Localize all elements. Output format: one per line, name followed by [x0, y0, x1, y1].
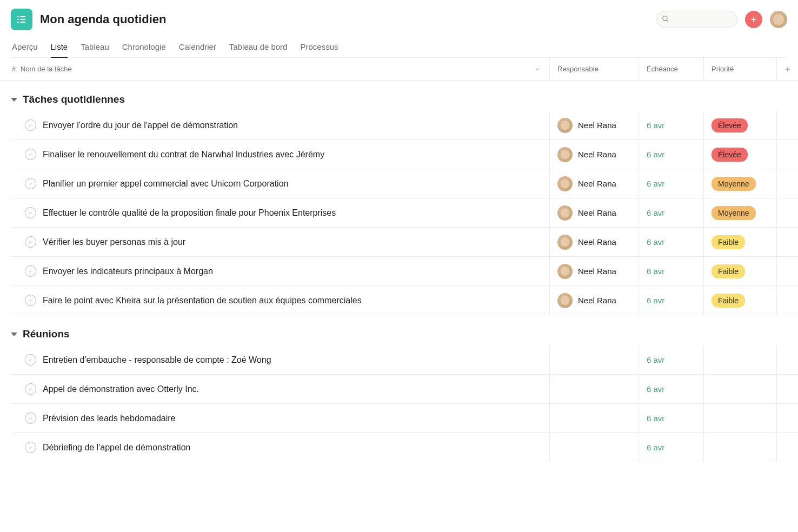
search-box[interactable] [656, 11, 737, 28]
tab-aperçu[interactable]: Aperçu [12, 38, 38, 58]
task-row[interactable]: Vérifier les buyer personas mis à jourNe… [11, 228, 798, 257]
task-name[interactable]: Effectuer le contrôle qualité de la prop… [43, 208, 549, 218]
assignee-cell[interactable] [549, 433, 639, 462]
priority-cell[interactable]: Élevée [703, 111, 776, 139]
due-date: 6 avr [647, 237, 664, 247]
add-button[interactable] [745, 11, 762, 28]
complete-checkbox[interactable] [25, 295, 36, 306]
task-name[interactable]: Prévision des leads hebdomadaire [43, 414, 549, 423]
complete-checkbox[interactable] [25, 383, 36, 395]
section-toggle-icon[interactable] [11, 332, 17, 336]
complete-checkbox[interactable] [25, 354, 36, 365]
complete-checkbox[interactable] [25, 265, 36, 277]
priority-cell[interactable]: Élevée [703, 140, 776, 169]
task-name[interactable]: Débriefing de l'appel de démonstration [43, 443, 549, 453]
complete-checkbox[interactable] [25, 119, 36, 131]
assignee-cell[interactable] [549, 345, 639, 374]
task-row[interactable]: Effectuer le contrôle qualité de la prop… [11, 198, 798, 228]
assignee-cell[interactable]: Neel Rana [549, 286, 639, 315]
due-date-cell[interactable]: 6 avr [639, 228, 703, 256]
section-header[interactable]: Tâches quotidiennes [0, 86, 798, 111]
due-date-cell[interactable]: 6 avr [639, 345, 703, 374]
task-row[interactable]: Finaliser le renouvellement du contrat d… [11, 140, 798, 169]
task-row[interactable]: Appel de démonstration avec Otterly Inc.… [11, 375, 798, 404]
due-date-cell[interactable]: 6 avr [639, 286, 703, 315]
priority-cell[interactable]: Moyenne [703, 198, 776, 227]
due-date: 6 avr [647, 121, 664, 130]
complete-checkbox[interactable] [25, 149, 36, 160]
tab-liste[interactable]: Liste [51, 38, 68, 58]
complete-checkbox[interactable] [25, 178, 36, 189]
tab-processus[interactable]: Processus [300, 38, 338, 58]
assignee-name: Neel Rana [578, 237, 616, 247]
assignee-cell[interactable]: Neel Rana [549, 228, 639, 256]
tab-chronologie[interactable]: Chronologie [122, 38, 166, 58]
complete-checkbox[interactable] [25, 442, 36, 453]
assignee-cell[interactable] [549, 375, 639, 403]
due-date-cell[interactable]: 6 avr [639, 257, 703, 285]
column-priority[interactable]: Priorité [703, 58, 776, 80]
search-icon [662, 15, 669, 23]
assignee-cell[interactable]: Neel Rana [549, 257, 639, 285]
complete-checkbox[interactable] [25, 236, 36, 248]
column-due[interactable]: Échéance [639, 58, 703, 80]
due-date-cell[interactable]: 6 avr [639, 169, 703, 198]
column-assignee[interactable]: Responsable [549, 58, 639, 80]
assignee-cell[interactable]: Neel Rana [549, 169, 639, 198]
assignee-cell[interactable] [549, 404, 639, 433]
priority-cell[interactable] [703, 345, 776, 374]
task-name[interactable]: Entretien d'embauche - responsable de co… [43, 355, 549, 365]
priority-cell[interactable] [703, 433, 776, 462]
priority-cell[interactable] [703, 404, 776, 433]
priority-cell[interactable]: Faible [703, 257, 776, 285]
assignee-cell[interactable]: Neel Rana [549, 111, 639, 139]
due-date-cell[interactable]: 6 avr [639, 140, 703, 169]
due-date: 6 avr [647, 296, 664, 305]
extra-cell [776, 286, 798, 315]
priority-badge: Élevée [711, 148, 748, 162]
priority-badge: Faible [711, 294, 745, 308]
priority-cell[interactable]: Faible [703, 286, 776, 315]
task-name[interactable]: Faire le point avec Kheira sur la présen… [43, 296, 549, 305]
due-date-cell[interactable]: 6 avr [639, 375, 703, 403]
due-date-cell[interactable]: 6 avr [639, 111, 703, 139]
tab-calendrier[interactable]: Calendrier [179, 38, 216, 58]
assignee-cell[interactable]: Neel Rana [549, 140, 639, 169]
section-toggle-icon[interactable] [11, 98, 17, 102]
task-row[interactable]: Prévision des leads hebdomadaire6 avr [11, 404, 798, 433]
task-name[interactable]: Planifier un premier appel commercial av… [43, 179, 549, 189]
task-name[interactable]: Envoyer l'ordre du jour de l'appel de dé… [43, 121, 549, 130]
tab-tableau[interactable]: Tableau [81, 38, 109, 58]
task-row[interactable]: Envoyer l'ordre du jour de l'appel de dé… [11, 111, 798, 140]
task-name[interactable]: Vérifier les buyer personas mis à jour [43, 237, 549, 247]
assignee-name: Neel Rana [578, 296, 616, 305]
task-row[interactable]: Envoyer les indicateurs principaux à Mor… [11, 257, 798, 286]
assignee-cell[interactable]: Neel Rana [549, 198, 639, 227]
tab-tableau-de-bord[interactable]: Tableau de bord [229, 38, 288, 58]
priority-cell[interactable]: Moyenne [703, 169, 776, 198]
task-row[interactable]: Planifier un premier appel commercial av… [11, 169, 798, 198]
due-date-cell[interactable]: 6 avr [639, 433, 703, 462]
due-date-cell[interactable]: 6 avr [639, 198, 703, 227]
task-name[interactable]: Envoyer les indicateurs principaux à Mor… [43, 267, 549, 276]
complete-checkbox[interactable] [25, 413, 36, 424]
task-name[interactable]: Appel de démonstration avec Otterly Inc. [43, 384, 549, 394]
task-row[interactable]: Débriefing de l'appel de démonstration6 … [11, 433, 798, 462]
priority-cell[interactable]: Faible [703, 228, 776, 256]
priority-cell[interactable] [703, 375, 776, 403]
extra-cell [776, 169, 798, 198]
task-name[interactable]: Finaliser le renouvellement du contrat d… [43, 150, 549, 159]
section-header[interactable]: Réunions [0, 321, 798, 345]
due-date-cell[interactable]: 6 avr [639, 404, 703, 433]
due-date: 6 avr [647, 355, 664, 364]
user-avatar[interactable] [770, 11, 787, 28]
task-row[interactable]: Faire le point avec Kheira sur la présen… [11, 286, 798, 315]
add-column-button[interactable] [776, 58, 798, 80]
project-title: Mon agenda quotidien [40, 12, 166, 26]
chevron-down-icon[interactable] [534, 66, 541, 72]
column-name[interactable]: Nom de la tâche [21, 65, 549, 73]
task-row[interactable]: Entretien d'embauche - responsable de co… [11, 345, 798, 375]
due-date: 6 avr [647, 179, 664, 188]
svg-point-3 [17, 16, 19, 18]
complete-checkbox[interactable] [25, 207, 36, 218]
